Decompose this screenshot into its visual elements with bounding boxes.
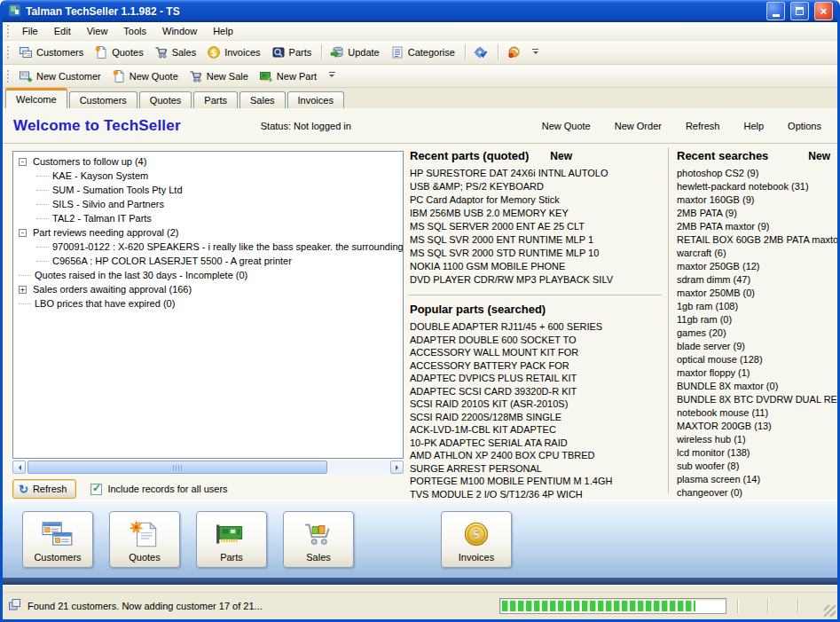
recent-parts-new-link[interactable]: New — [550, 150, 572, 162]
recent-search-item[interactable]: sub woofer (8) — [675, 460, 837, 473]
tree-item-label[interactable]: TAL2 - Talman IT Parts — [51, 213, 153, 224]
tree-item[interactable]: 970091-0122 : X-620 SPEAKERS - i really … — [13, 240, 403, 254]
scroll-right-arrow-icon[interactable] — [390, 461, 404, 474]
recent-search-item[interactable]: BUNDLE 8X BTC DVDRW DUAL RETAIL — [675, 393, 837, 406]
recent-search-item[interactable]: BUNDLE 8X maxtor (0) — [675, 380, 837, 393]
recent-search-item[interactable]: lcd monitor (138) — [675, 446, 837, 460]
menu-item-view[interactable]: View — [79, 22, 116, 40]
menu-item-help[interactable]: Help — [205, 22, 241, 40]
recent-part-item[interactable]: IBM 256MB USB 2.0 MEMORY KEY — [408, 207, 667, 220]
shortcut-invoices-button[interactable]: $ Invoices — [441, 511, 512, 568]
toolbar-parts-button[interactable]: Parts — [267, 43, 318, 62]
popular-part-item[interactable]: ACCESSORY BATTERY PACK FOR — [408, 359, 667, 373]
shortcut-quotes-button[interactable]: Quotes — [109, 511, 180, 568]
tab-parts[interactable]: Parts — [193, 91, 238, 108]
minimize-button[interactable] — [766, 2, 785, 20]
shortcut-customers-button[interactable]: Customers — [22, 511, 93, 568]
tab-welcome[interactable]: Welcome — [5, 88, 67, 108]
all-users-checkbox[interactable] — [90, 484, 102, 495]
recent-search-item[interactable]: 11gb ram (0) — [675, 313, 837, 327]
popular-part-item[interactable]: TVS MODULE 2 I/O S/T12/36 4P WICH — [408, 488, 667, 500]
popular-part-item[interactable]: ACK-LVD-1M-CBL KIT ADAPTEC — [408, 423, 667, 437]
toolbar-orange-refresh-button[interactable] — [502, 43, 527, 62]
recent-part-item[interactable]: MS SQL SERVER 2000 ENT AE 25 CLT — [408, 220, 667, 233]
recent-part-item[interactable]: NOKIA 1100 GSM MOBILE PHONE — [408, 260, 667, 273]
header-link-new-order[interactable]: New Order — [615, 121, 662, 131]
popular-part-item[interactable]: 10-PK ADAPTEC SERIAL ATA RAID — [408, 437, 667, 450]
recent-search-item[interactable]: hewlett-packard notebook (31) — [675, 180, 837, 193]
recent-part-item[interactable]: HP SURESTORE DAT 24X6i INTNL AUTOLO — [408, 167, 667, 180]
recent-search-item[interactable]: maxtor 160GB (9) — [675, 193, 837, 207]
resize-grip[interactable] — [824, 605, 836, 617]
tree-item-label[interactable]: Sales orders awaiting approval (166) — [31, 284, 193, 295]
menu-item-window[interactable]: Window — [154, 22, 205, 40]
recent-search-item[interactable]: wireless hub (1) — [675, 433, 837, 446]
popular-part-item[interactable]: DOUBLE ADAPTER RJ11/45 + 600 SERIES — [408, 320, 667, 334]
recent-searches-new-link[interactable]: New — [808, 150, 830, 162]
popular-part-item[interactable]: ADAPTEC DVPICS PLUS RETAIL KIT — [408, 372, 667, 385]
tree-item-label[interactable]: Part reviews needing approval (2) — [31, 227, 180, 238]
toolbar-customers-button[interactable]: Customers — [14, 43, 90, 62]
recent-part-item[interactable]: MS SQL SVR 2000 STD RUNTIME MLP 10 — [408, 247, 667, 260]
toolbar-new-part-button[interactable]: New Part — [255, 67, 323, 86]
recent-part-item[interactable]: DVD PLAYER CDR/RW MP3 PLAYBACK SILV — [408, 273, 667, 287]
toolbar-sales-button[interactable]: Sales — [150, 43, 203, 62]
tree-item[interactable]: +Sales orders awaiting approval (166) — [13, 282, 403, 296]
tree-item-label[interactable]: Quotes raised in the last 30 days - Inco… — [33, 270, 249, 280]
recent-search-item[interactable]: games (20) — [675, 327, 837, 340]
tree-item-label[interactable]: KAE - Kayson System — [51, 170, 150, 181]
header-link-new-quote[interactable]: New Quote — [542, 121, 591, 131]
scroll-left-arrow-icon[interactable] — [12, 461, 26, 474]
tab-quotes[interactable]: Quotes — [139, 91, 192, 108]
toolbar-overflow-chevron[interactable] — [326, 67, 338, 86]
scrollbar-thumb[interactable] — [27, 461, 327, 474]
toolbar-invoices-button[interactable]: $ Invoices — [202, 43, 266, 62]
header-link-options[interactable]: Options — [788, 121, 821, 131]
recent-search-item[interactable]: MAXTOR 200GB (13) — [675, 420, 837, 433]
tree-toggle-plus[interactable]: + — [19, 286, 27, 294]
recent-search-item[interactable]: photoshop CS2 (9) — [675, 167, 837, 180]
popular-part-item[interactable]: SURGE ARREST PERSONAL — [408, 462, 667, 476]
tree-item-label[interactable]: SILS - Silvio and Partners — [51, 199, 166, 209]
header-link-help[interactable]: Help — [743, 121, 764, 131]
recent-search-item[interactable]: plasma screen (14) — [675, 473, 837, 486]
recent-search-item[interactable]: 1gb ram (108) — [675, 300, 837, 313]
tree-item-label[interactable]: LBO prices that have expired (0) — [33, 298, 177, 309]
toolbar-overflow-chevron[interactable] — [530, 43, 542, 62]
recent-part-item[interactable]: USB &AMP; PS/2 KEYBOARD — [408, 180, 667, 193]
toolbar-grip[interactable] — [7, 25, 10, 37]
toolbar-grip[interactable] — [7, 46, 10, 59]
shortcut-parts-button[interactable]: Parts — [196, 511, 267, 568]
popular-part-item[interactable]: ADAPTER DOUBLE 600 SOCKET TO — [408, 334, 667, 347]
tab-sales[interactable]: Sales — [239, 91, 286, 108]
recent-search-item[interactable]: sdram dimm (47) — [675, 273, 837, 287]
recent-search-item[interactable]: maxtor 250MB (0) — [675, 287, 837, 300]
popular-part-item[interactable]: SCSI RAID 2010S KIT (ASR-2010S) — [408, 398, 667, 411]
toolbar-new-sale-button[interactable]: New Sale — [184, 67, 255, 86]
scrollbar-track[interactable] — [26, 461, 390, 474]
header-link-refresh[interactable]: Refresh — [686, 121, 720, 131]
toolbar-categorise-button[interactable]: Categorise — [386, 43, 461, 62]
recent-search-item[interactable]: maxtor 250GB (12) — [675, 260, 837, 273]
recent-search-item[interactable]: RETAIL BOX 60GB 2MB PATA maxtor ( — [675, 233, 837, 247]
recent-part-item[interactable]: MS SQL SVR 2000 ENT RUNTIME MLP 1 — [408, 233, 667, 247]
menu-item-file[interactable]: File — [14, 22, 46, 40]
tab-customers[interactable]: Customers — [69, 91, 137, 108]
tab-invoices[interactable]: Invoices — [287, 91, 344, 108]
recent-search-item[interactable]: changeover (0) — [675, 486, 837, 500]
recent-part-item[interactable]: PC Card Adaptor for Memory Stick — [408, 193, 667, 207]
tree-item-label[interactable]: C9656A : HP COLOR LASERJET 5500 - A grea… — [51, 256, 294, 266]
tree-toggle-minus[interactable]: - — [19, 229, 27, 237]
toolbar-new-customer-button[interactable]: New Customer — [14, 67, 107, 86]
toolbar-quotes-button[interactable]: Quotes — [90, 43, 149, 62]
tree-item[interactable]: -Part reviews needing approval (2) — [13, 225, 403, 240]
tree-item-label[interactable]: SUM - Sumation Tools Pty Ltd — [51, 185, 184, 195]
popular-part-item[interactable]: ADAPTEC SCSI CARD 39320D-R KIT — [408, 385, 667, 398]
recent-search-item[interactable]: maxtor floppy (1) — [675, 366, 837, 380]
title-bar[interactable]: Talman TechSeller 1.1.982 - TS × — [3, 0, 837, 22]
menu-item-tools[interactable]: Tools — [115, 22, 154, 40]
tree-item[interactable]: KAE - Kayson System — [13, 169, 403, 183]
recent-search-item[interactable]: blade server (9) — [675, 340, 837, 353]
tree-item-label[interactable]: 970091-0122 : X-620 SPEAKERS - i really … — [51, 241, 403, 252]
recent-search-item[interactable]: 2MB PATA maxtor (9) — [675, 220, 837, 233]
